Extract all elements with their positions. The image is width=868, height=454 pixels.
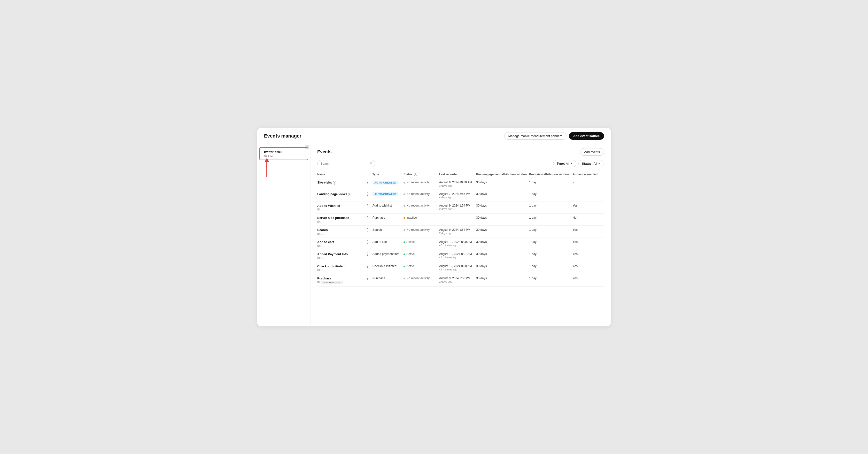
last-recorded-relative: 45 minutes ago <box>439 244 474 247</box>
event-status-cell: No recent activity <box>403 190 439 201</box>
status-text: No recent activity <box>406 277 430 280</box>
status-text: No recent activity <box>406 204 430 207</box>
last-recorded-relative: 44 minutes ago <box>439 256 474 259</box>
post-view-value: 1 day <box>529 216 537 219</box>
event-name-cell: Add to cartID: <box>317 238 365 250</box>
event-id: ID: <box>317 232 363 235</box>
event-type-cell: AUTO-CREATED <box>372 190 403 201</box>
event-id-value <box>321 222 324 223</box>
event-info-icon[interactable]: i <box>348 193 351 196</box>
event-more-cell: ⋮ <box>365 250 372 262</box>
event-post-engagement-cell: 30 days <box>476 274 529 287</box>
event-type-text: Add to wishlist <box>372 204 392 207</box>
add-events-button[interactable]: Add events <box>580 148 604 156</box>
table-row: Add to cartID: ⋮Add to cartActiveAugust … <box>317 238 604 250</box>
event-audience-cell: Yes <box>573 201 604 214</box>
event-status-cell: Inactive <box>403 214 439 226</box>
event-name: Purchase <box>317 277 363 280</box>
type-filter-button[interactable]: Type: All ▼ <box>553 160 577 167</box>
status-info-icon[interactable]: i <box>414 173 417 176</box>
post-engagement-value: 30 days <box>476 228 487 231</box>
event-last-recorded-cell: August 9, 2024 1:54 PM2 days ago <box>439 201 476 214</box>
audience-value: Yes <box>573 264 578 268</box>
event-id-value <box>321 258 324 259</box>
status-filter-chevron: ▼ <box>598 162 600 165</box>
status-dot <box>403 193 405 195</box>
post-engagement-value: 30 days <box>476 216 487 219</box>
event-info-icon[interactable]: i <box>333 181 336 185</box>
event-id: ID: <box>317 208 363 211</box>
event-type-cell: Search <box>372 226 403 238</box>
post-view-value: 1 day <box>529 277 537 280</box>
type-filter-value: All <box>566 162 569 165</box>
audience-value: No <box>573 216 577 219</box>
event-last-recorded-cell: August 8, 2024 10:30 AM3 days ago <box>439 178 476 190</box>
post-view-value: 1 day <box>529 192 537 196</box>
filters-row: ⚲ Type: All ▼ Status: All ▼ <box>317 160 604 167</box>
filter-buttons: Type: All ▼ Status: All ▼ <box>553 160 604 167</box>
last-recorded-date: August 9, 2024 2:50 PM <box>439 277 474 280</box>
last-recorded-relative: 3 days ago <box>439 184 474 187</box>
event-status-cell: Active <box>403 250 439 262</box>
post-engagement-value: 30 days <box>476 204 487 207</box>
event-id-value <box>321 210 324 210</box>
table-row: Added Payment InfoID: ⋮Added payment inf… <box>317 250 604 262</box>
event-more-button[interactable]: ⋮ <box>365 181 371 185</box>
status-text: Inactive <box>406 216 417 219</box>
event-post-engagement-cell: 30 days <box>476 178 529 190</box>
event-more-button[interactable]: ⋮ <box>365 228 371 232</box>
post-engagement-value: 30 days <box>476 181 487 184</box>
event-type-cell: Added payment info <box>372 250 403 262</box>
event-more-cell: ⋮ <box>365 190 372 201</box>
status-filter-button[interactable]: Status: All ▼ <box>578 160 604 167</box>
event-more-button[interactable]: ⋮ <box>365 192 371 196</box>
event-name-cell: Landing page viewsi <box>317 190 365 201</box>
event-status-cell: Active <box>403 238 439 250</box>
event-type-text: Added payment info <box>372 252 399 256</box>
event-more-cell: ⋮ <box>365 178 372 190</box>
event-type-cell: Add to wishlist <box>372 201 403 214</box>
audience-value: Yes <box>573 240 578 244</box>
search-input[interactable] <box>320 162 368 165</box>
status-text: No recent activity <box>406 228 430 231</box>
event-more-button[interactable]: ⋮ <box>365 240 371 244</box>
event-post-view-cell: 1 day <box>529 250 573 262</box>
event-id-value: tw-omxco-omxct <box>321 281 343 284</box>
table-header-row: Name Type Status i Last recorded <box>317 171 604 178</box>
event-more-button[interactable]: ⋮ <box>365 216 371 220</box>
event-more-button[interactable]: ⋮ <box>365 264 371 268</box>
event-more-button[interactable]: ⋮ <box>365 277 371 281</box>
status-dot <box>403 278 405 280</box>
event-status-cell: No recent activity <box>403 201 439 214</box>
event-type-text: Search <box>372 228 382 231</box>
event-post-engagement-cell: 30 days <box>476 226 529 238</box>
event-post-engagement-cell: 30 days <box>476 201 529 214</box>
event-audience-cell: Yes <box>573 238 604 250</box>
manage-partners-button[interactable]: Manage mobile measurement partners <box>504 132 566 140</box>
event-id: ID: <box>317 268 363 271</box>
event-name: Site visitsi <box>317 181 363 185</box>
event-post-engagement-cell: 30 days <box>476 214 529 226</box>
col-header-type: Type <box>372 171 403 178</box>
event-post-engagement-cell: 30 days <box>476 262 529 274</box>
last-recorded-date: August 12, 2024 8:00 AM <box>439 240 474 244</box>
table-row: Server side purchaseID: ⋮PurchaseInactiv… <box>317 214 604 226</box>
last-recorded-date: - <box>439 216 474 219</box>
event-post-view-cell: 1 day <box>529 274 573 287</box>
add-event-source-button[interactable]: Add event source <box>569 132 604 140</box>
event-more-button[interactable]: ⋮ <box>365 204 371 208</box>
event-name-cell: Checkout InitiatedID: <box>317 262 365 274</box>
status-dot <box>403 182 405 184</box>
event-more-button[interactable]: ⋮ <box>365 252 371 256</box>
last-recorded-relative: 2 days ago <box>439 232 474 235</box>
table-row: Site visitsi⋮AUTO-CREATEDNo recent activ… <box>317 178 604 190</box>
event-type-text: Add to cart <box>372 240 387 244</box>
last-recorded-relative: 4 days ago <box>439 196 474 199</box>
status-dot <box>403 205 405 207</box>
event-id: ID: <box>317 256 363 259</box>
event-name: Search <box>317 228 363 232</box>
events-table: Name Type Status i Last recorded <box>317 171 604 287</box>
event-status-cell: No recent activity <box>403 178 439 190</box>
col-header-post-engagement: Post-engagement attribution window <box>476 171 529 178</box>
resize-up-button[interactable] <box>305 145 309 147</box>
